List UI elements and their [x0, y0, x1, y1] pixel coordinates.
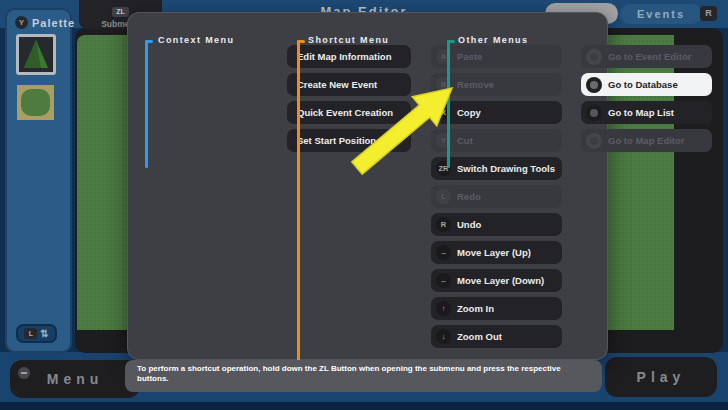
- right-stick-icon: [586, 49, 602, 65]
- palette-tile-tree[interactable]: [16, 34, 56, 75]
- menu-item-switch-drawing-tools[interactable]: ZRSwitch Drawing Tools: [431, 157, 562, 180]
- l-button-icon: L: [24, 328, 37, 339]
- menu-item-zoom-in[interactable]: ↑Zoom In: [431, 297, 562, 320]
- other-menus-header: Other Menus: [458, 35, 528, 45]
- menu-item-go-to-event-editor: Go to Event Editor: [581, 45, 712, 68]
- palette-label: Palette: [32, 17, 75, 29]
- menu-item-move-layer-up[interactable]: →Move Layer (Up): [431, 241, 562, 264]
- tree-tile-icon: [19, 37, 53, 72]
- menu-item-remove: BRemove: [431, 73, 562, 96]
- arrow-left-icon: ←: [436, 273, 451, 288]
- other-accent-bar: [447, 40, 450, 168]
- menu-item-copy[interactable]: XCopy: [431, 101, 562, 124]
- menu-item-go-to-database[interactable]: Go to Database: [581, 73, 712, 96]
- right-stick-icon: [586, 77, 602, 93]
- submenu-overlay: Context Menu Edit Map Information Create…: [127, 12, 608, 360]
- menu-item-paste: APaste: [431, 45, 562, 68]
- palette-header: Y Palette: [15, 16, 75, 29]
- play-button-label: Play: [605, 357, 717, 397]
- layer-switch-control[interactable]: L ⇅: [16, 324, 57, 343]
- context-accent-bar: [145, 40, 148, 168]
- menu-button[interactable]: Menu: [10, 360, 140, 398]
- play-button[interactable]: Play: [605, 357, 717, 397]
- shortcut-accent-nub: [297, 40, 305, 43]
- palette-tile-grass[interactable]: [17, 85, 54, 120]
- other-accent-nub: [447, 40, 455, 43]
- r-button-icon: R: [436, 217, 451, 232]
- right-stick-icon: [586, 105, 602, 121]
- context-menu-header: Context Menu: [158, 35, 234, 45]
- menu-item-quick-event-creation[interactable]: Quick Event Creation: [287, 101, 411, 124]
- menu-item-redo: LRedo: [431, 185, 562, 208]
- right-stick-icon: [586, 133, 602, 149]
- arrow-up-icon: ↑: [436, 301, 451, 316]
- context-accent-nub: [145, 40, 153, 43]
- tab-events[interactable]: Events: [620, 4, 702, 24]
- menu-item-go-to-map-editor: Go to Map Editor: [581, 129, 712, 152]
- arrow-down-icon: ↓: [436, 329, 451, 344]
- zl-button-icon: ZL: [112, 7, 129, 17]
- screen-bottom-edge: [0, 402, 728, 410]
- menu-item-undo[interactable]: RUndo: [431, 213, 562, 236]
- menu-item-set-start-position[interactable]: Set Start Position: [287, 129, 411, 152]
- menu-button-label: Menu: [10, 360, 140, 398]
- menu-item-go-to-map-list[interactable]: Go to Map List: [581, 101, 712, 124]
- shortcut-menu-header: Shortcut Menu: [308, 35, 389, 45]
- shortcut-accent-bar: [297, 40, 300, 361]
- menu-item-edit-map-information[interactable]: Edit Map Information: [287, 45, 411, 68]
- palette-panel: Y Palette L ⇅: [5, 8, 72, 353]
- grass-tile-icon: [21, 89, 50, 116]
- menu-item-create-new-event[interactable]: Create New Event: [287, 73, 411, 96]
- l-button-icon: L: [436, 189, 451, 204]
- menu-item-cut: YCut: [431, 129, 562, 152]
- menu-item-move-layer-down[interactable]: ←Move Layer (Down): [431, 269, 562, 292]
- r-button-icon: R: [700, 6, 717, 21]
- arrow-right-icon: →: [436, 245, 451, 260]
- swap-arrows-icon: ⇅: [40, 328, 48, 339]
- menu-item-zoom-out[interactable]: ↓Zoom Out: [431, 325, 562, 348]
- y-button-icon: Y: [15, 16, 28, 29]
- shortcut-help-footer: To perform a shortcut operation, hold do…: [125, 360, 602, 392]
- shortcut-help-text: To perform a shortcut operation, hold do…: [137, 364, 590, 384]
